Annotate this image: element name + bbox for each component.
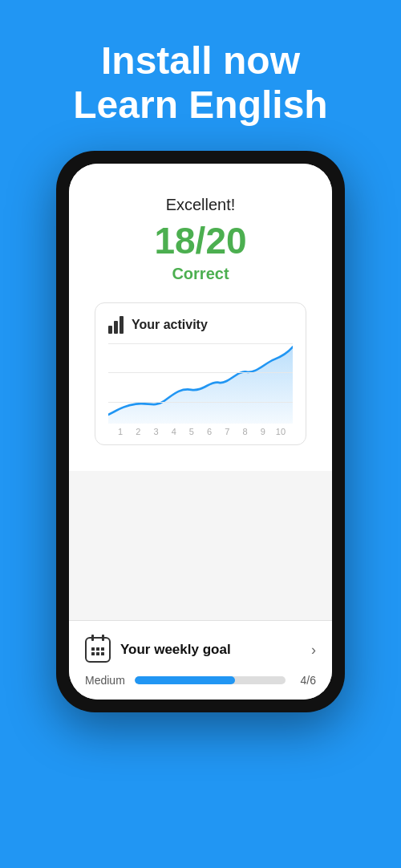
x-label-2: 2 [129, 427, 147, 436]
x-label-8: 8 [236, 427, 253, 436]
calendar-grid [91, 647, 104, 655]
x-label-4: 4 [165, 427, 183, 436]
header-section: Install now Learn English [0, 0, 401, 151]
x-label-1: 1 [111, 427, 129, 436]
progress-row: Medium 4/6 [85, 674, 316, 687]
x-label-9: 9 [254, 427, 272, 436]
excellent-label: Excellent! [88, 196, 313, 214]
calendar-icon [85, 637, 111, 663]
chart-area-fill [108, 347, 293, 424]
progress-bar-fill [135, 676, 235, 684]
activity-card: Your activity [95, 302, 306, 445]
score-value: 18/20 [88, 221, 313, 262]
progress-count: 4/6 [294, 674, 316, 687]
result-section: Excellent! 18/20 Correct Your activity [69, 164, 332, 471]
correct-label: Correct [88, 265, 313, 283]
headline: Install now Learn English [0, 39, 401, 127]
x-label-6: 6 [200, 427, 218, 436]
x-label-5: 5 [183, 427, 200, 436]
activity-header: Your activity [108, 316, 293, 334]
activity-chart: 1 2 3 4 5 6 7 8 9 10 [108, 343, 293, 432]
weekly-goal-label: Your weekly goal [120, 642, 302, 658]
chevron-right-icon: › [311, 642, 316, 659]
activity-title: Your activity [132, 318, 208, 332]
chart-x-labels: 1 2 3 4 5 6 7 8 9 10 [108, 427, 293, 436]
progress-difficulty-label: Medium [85, 674, 127, 687]
phone-screen: Excellent! 18/20 Correct Your activity [69, 164, 332, 700]
headline-line2: Learn English [73, 83, 327, 126]
phone-wrapper: Excellent! 18/20 Correct Your activity [0, 151, 401, 712]
progress-bar-container [135, 676, 286, 684]
x-label-3: 3 [147, 427, 164, 436]
x-label-10: 10 [272, 427, 290, 436]
bar-chart-icon [108, 316, 124, 334]
weekly-goal-row[interactable]: Your weekly goal › [85, 637, 316, 663]
weekly-goal-section: Your weekly goal › Medium 4/6 [69, 620, 332, 700]
chart-svg [108, 343, 293, 424]
phone-frame: Excellent! 18/20 Correct Your activity [56, 151, 345, 712]
headline-line1: Install now [101, 39, 300, 82]
x-label-7: 7 [218, 427, 236, 436]
